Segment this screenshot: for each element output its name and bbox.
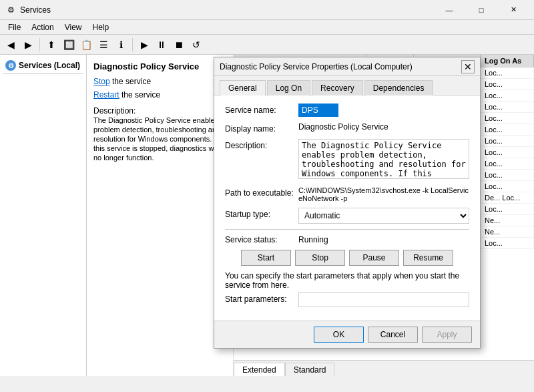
svc-cell-logon: Loc... [481,102,534,112]
close-button[interactable]: ✕ [498,3,529,17]
status-row: Service status: Running [225,235,469,244]
dialog-tab-general[interactable]: General [220,80,266,95]
service-description: Description: The Diagnostic Policy Servi… [93,106,226,162]
description-row: Description: The Diagnostic Policy Servi… [225,139,469,181]
cancel-button[interactable]: Cancel [368,327,418,343]
menu-help[interactable]: Help [87,21,115,33]
desc-text: The Diagnostic Policy Service enables pr… [93,116,220,162]
svc-cell-logon: Loc... [481,181,534,192]
pause-button[interactable]: Pause [349,250,399,266]
dialog-tabs: General Log On Recovery Dependencies [214,76,480,95]
startup-select[interactable]: Automatic Manual Disabled [298,208,469,224]
ok-button[interactable]: OK [314,327,364,343]
toolbar-sep2 [132,38,133,51]
svc-cell-logon: Loc... [481,147,534,158]
properties-dialog[interactable]: Diagnostic Policy Service Properties (Lo… [214,57,481,349]
dialog-footer: OK Cancel Apply [214,321,480,348]
svc-cell-logon: Loc... [481,79,534,89]
stop-button[interactable]: Stop [295,250,345,266]
desc-label: Description: [93,106,136,116]
status-label: Service status: [225,235,298,244]
svc-cell-logon: Loc... [481,238,534,248]
control-buttons-row: Start Stop Pause Resume [225,250,469,266]
dialog-close-button[interactable]: ✕ [461,60,475,73]
toolbar-stop[interactable]: ⏹ [171,37,187,53]
toolbar-back[interactable]: ◀ [3,37,19,53]
toolbar-up[interactable]: ⬆ [43,37,59,53]
start-button[interactable]: Start [241,250,291,266]
params-input-wrapper [298,292,469,307]
description-label: Description: [225,139,298,150]
toolbar-show-hide[interactable]: 🔲 [61,37,77,53]
stop-service-link[interactable]: Stop [93,77,110,86]
window-title: Services [20,5,434,15]
description-textarea[interactable]: The Diagnostic Policy Service enables pr… [298,139,469,179]
tab-standard[interactable]: Standard [285,363,335,376]
startup-label: Startup type: [225,208,298,219]
bottom-tabs: Extended Standard [234,360,534,376]
menu-bar: File Action View Help [0,20,534,35]
startup-value: Automatic Manual Disabled [298,208,469,224]
toolbar-forward[interactable]: ▶ [20,37,36,53]
restart-service-text: the service [121,90,160,100]
params-input[interactable] [298,292,469,307]
service-name-input[interactable] [298,104,338,117]
svc-cell-logon: Loc... [481,67,534,78]
sidebar-title: Services (Local) [19,61,80,70]
service-name-row: Service name: [225,104,469,117]
menu-action[interactable]: Action [26,21,59,33]
tab-extended[interactable]: Extended [234,363,285,376]
minimize-button[interactable]: — [434,3,465,17]
svc-cell-logon: Ne... [481,215,534,226]
dialog-title-bar: Diagnostic Policy Service Properties (Lo… [214,57,480,76]
start-params-row: Start parameters: [225,292,469,307]
toolbar-map[interactable]: 📋 [78,37,94,53]
display-name-value: Diagnostic Policy Service [298,122,469,132]
dialog-tab-recovery[interactable]: Recovery [312,80,363,95]
divider1 [225,229,469,230]
toolbar: ◀ ▶ ⬆ 🔲 📋 ☰ ℹ ▶ ⏸ ⏹ ↺ [0,35,534,55]
dialog-tab-logon[interactable]: Log On [267,80,310,95]
sidebar-icon: ⚙ [5,60,16,71]
maximize-button[interactable]: □ [466,3,497,17]
svc-cell-logon: Loc... [481,136,534,146]
service-detail-title: Diagnostic Policy Service [93,61,226,71]
stop-service-text: the service [112,77,151,86]
window-icon: ⚙ [5,5,16,15]
startup-row: Startup type: Automatic Manual Disabled [225,208,469,224]
path-value: C:\WINDOWS\System32\svchost.exe -k Local… [298,186,469,202]
svc-cell-logon: Loc... [481,158,534,169]
title-bar: ⚙ Services — □ ✕ [0,0,534,20]
dialog-title: Diagnostic Policy Service Properties (Lo… [220,62,461,71]
dialog-tab-dependencies[interactable]: Dependencies [364,80,433,95]
sidebar-header: ⚙ Services (Local) [3,57,83,74]
params-label: Start parameters: [225,292,298,304]
toolbar-list[interactable]: ☰ [95,37,111,53]
params-hint: You can specify the start parameters tha… [225,271,469,290]
col-logon: Log On As [481,55,534,67]
svc-cell-logon: Loc... [481,124,534,135]
menu-view[interactable]: View [59,21,87,33]
menu-file[interactable]: File [3,21,26,33]
svc-cell-logon: Loc... [481,204,534,214]
status-value: Running [298,235,328,244]
restart-service-link[interactable]: Restart [93,90,119,100]
path-row: Path to executable: C:\WINDOWS\System32\… [225,186,469,202]
svc-cell-logon: Loc... [481,113,534,124]
toolbar-pause[interactable]: ⏸ [154,37,170,53]
toolbar-restart[interactable]: ↺ [188,37,204,53]
svc-cell-logon: Loc... [481,170,534,180]
service-name-label: Service name: [225,104,298,115]
toolbar-start[interactable]: ▶ [136,37,152,53]
svc-cell-logon: De... Loc... [481,192,534,203]
path-label: Path to executable: [225,186,298,198]
description-value: The Diagnostic Policy Service enables pr… [298,139,469,181]
display-name-label: Display name: [225,122,298,134]
sidebar: ⚙ Services (Local) [0,55,87,376]
svc-cell-logon: Loc... [481,90,534,101]
apply-button[interactable]: Apply [422,327,472,343]
toolbar-info[interactable]: ℹ [113,37,129,53]
resume-button[interactable]: Resume [403,250,453,266]
service-detail-panel: Diagnostic Policy Service Stop the servi… [87,55,234,376]
dialog-content: Service name: Display name: Diagnostic P… [214,95,480,321]
